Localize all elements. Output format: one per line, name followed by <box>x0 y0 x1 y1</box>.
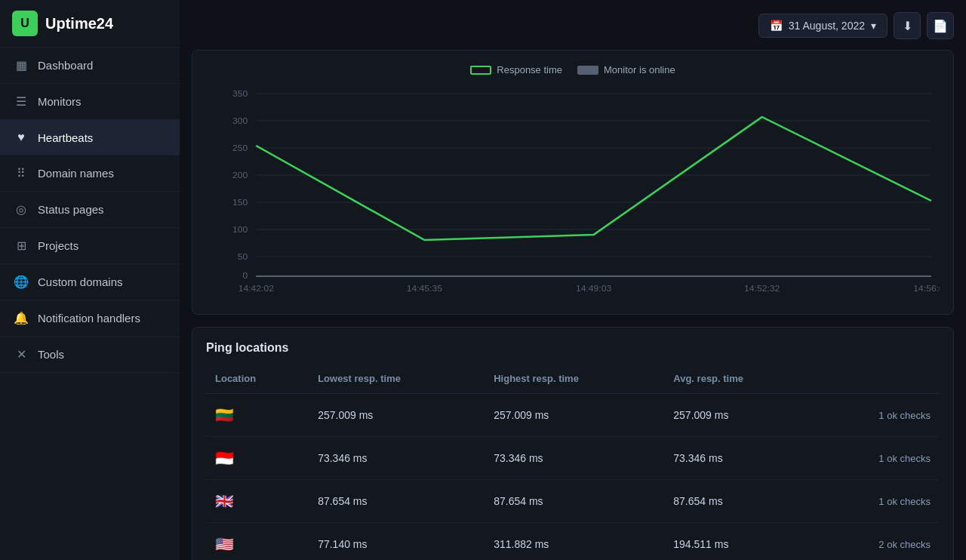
svg-text:50: 50 <box>238 253 248 261</box>
chart-legend: Response time Monitor is online <box>206 64 940 75</box>
table-header-row: Location Lowest resp. time Highest resp.… <box>206 367 940 394</box>
cell-lowest: 257.009 ms <box>309 394 485 437</box>
sidebar-item-projects[interactable]: ⊞ Projects <box>0 228 180 264</box>
cell-highest: 73.346 ms <box>485 437 664 480</box>
projects-icon: ⊞ <box>14 238 29 253</box>
sidebar: U Uptime24 ▦ Dashboard ☰ Monitors ♥ Hear… <box>0 0 180 560</box>
pdf-button[interactable]: 📄 <box>927 12 954 39</box>
logo-area: U Uptime24 <box>0 0 180 48</box>
col-checks <box>818 367 940 394</box>
svg-text:14:56:03: 14:56:03 <box>913 285 940 293</box>
app-name: Uptime24 <box>45 15 113 32</box>
cell-avg: 73.346 ms <box>664 437 817 480</box>
sidebar-item-status-pages[interactable]: ◎ Status pages <box>0 192 180 228</box>
monitors-icon: ☰ <box>14 94 29 109</box>
notification-handlers-icon: 🔔 <box>14 311 29 325</box>
cell-flag: 🇮🇩 <box>206 437 309 480</box>
cell-checks: 1 ok checks <box>818 480 940 523</box>
sidebar-item-label: Domain names <box>38 167 114 180</box>
sidebar-item-monitors[interactable]: ☰ Monitors <box>0 84 180 120</box>
sidebar-item-domain-names[interactable]: ⠿ Domain names <box>0 155 180 192</box>
svg-text:14:45:35: 14:45:35 <box>407 285 442 293</box>
ping-locations-title: Ping locations <box>206 341 940 355</box>
cell-checks: 1 ok checks <box>818 437 940 480</box>
cell-checks: 1 ok checks <box>818 394 940 437</box>
svg-text:300: 300 <box>232 117 248 125</box>
legend-response-time-label: Response time <box>497 64 562 75</box>
sidebar-item-heartbeats[interactable]: ♥ Heartbeats <box>0 120 180 155</box>
sidebar-item-label: Dashboard <box>38 59 93 72</box>
cell-lowest: 77.140 ms <box>309 523 485 561</box>
cell-highest: 87.654 ms <box>485 480 664 523</box>
date-label: 31 August, 2022 <box>789 20 865 32</box>
sidebar-item-tools[interactable]: ✕ Tools <box>0 337 180 373</box>
cell-flag: 🇺🇸 <box>206 523 309 561</box>
cell-checks: 2 ok checks <box>818 523 940 561</box>
sidebar-item-label: Heartbeats <box>38 131 93 144</box>
domain-names-icon: ⠿ <box>14 166 29 180</box>
svg-text:14:42:02: 14:42:02 <box>238 285 274 293</box>
col-highest: Highest resp. time <box>485 367 664 394</box>
svg-text:150: 150 <box>232 198 248 207</box>
chevron-down-icon: ▾ <box>871 20 876 32</box>
legend-monitor-online: Monitor is online <box>577 64 675 75</box>
calendar-icon: 📅 <box>770 20 783 32</box>
table-row: 🇱🇹 257.009 ms 257.009 ms 257.009 ms 1 ok… <box>206 394 940 437</box>
cell-highest: 257.009 ms <box>485 394 664 437</box>
ping-locations-card: Ping locations Location Lowest resp. tim… <box>192 327 954 560</box>
legend-green-box <box>470 66 491 75</box>
download-button[interactable]: ⬇ <box>894 12 921 39</box>
sidebar-item-notification-handlers[interactable]: 🔔 Notification handlers <box>0 300 180 337</box>
col-avg: Avg. resp. time <box>664 367 817 394</box>
heartbeats-icon: ♥ <box>14 131 29 144</box>
svg-text:350: 350 <box>232 90 248 98</box>
legend-response-time: Response time <box>470 64 562 75</box>
sidebar-item-label: Status pages <box>38 203 104 216</box>
header-bar: 📅 31 August, 2022 ▾ ⬇ 📄 <box>192 12 954 39</box>
cell-lowest: 73.346 ms <box>309 437 485 480</box>
main-content: 📅 31 August, 2022 ▾ ⬇ 📄 Response time Mo… <box>180 0 966 560</box>
svg-text:100: 100 <box>232 226 248 234</box>
svg-text:250: 250 <box>232 144 248 152</box>
dashboard-icon: ▦ <box>14 58 29 72</box>
cell-avg: 87.654 ms <box>664 480 817 523</box>
sidebar-item-label: Tools <box>38 348 64 361</box>
legend-monitor-online-label: Monitor is online <box>604 64 675 75</box>
cell-flag: 🇬🇧 <box>206 480 309 523</box>
date-picker[interactable]: 📅 31 August, 2022 ▾ <box>758 14 888 38</box>
svg-text:0: 0 <box>242 272 248 280</box>
svg-text:14:49:03: 14:49:03 <box>576 285 611 293</box>
custom-domains-icon: 🌐 <box>14 275 29 289</box>
tools-icon: ✕ <box>14 347 29 362</box>
ping-locations-table: Location Lowest resp. time Highest resp.… <box>206 367 940 560</box>
chart-container: 350 300 250 200 150 100 50 0 14:42 <box>206 86 940 300</box>
sidebar-item-label: Custom domains <box>38 275 123 288</box>
col-location: Location <box>206 367 309 394</box>
table-row: 🇮🇩 73.346 ms 73.346 ms 73.346 ms 1 ok ch… <box>206 437 940 480</box>
svg-text:200: 200 <box>232 171 248 180</box>
response-time-chart: 350 300 250 200 150 100 50 0 14:42 <box>206 86 940 297</box>
sidebar-item-dashboard[interactable]: ▦ Dashboard <box>0 48 180 84</box>
cell-avg: 257.009 ms <box>664 394 817 437</box>
status-pages-icon: ◎ <box>14 202 29 217</box>
pdf-icon: 📄 <box>933 19 948 33</box>
sidebar-item-label: Projects <box>38 239 78 252</box>
legend-gray-box <box>577 66 598 75</box>
app-logo-icon: U <box>12 11 38 36</box>
chart-card: Response time Monitor is online 350 3 <box>192 50 954 315</box>
cell-highest: 311.882 ms <box>485 523 664 561</box>
col-lowest: Lowest resp. time <box>309 367 485 394</box>
sidebar-item-custom-domains[interactable]: 🌐 Custom domains <box>0 264 180 300</box>
cell-lowest: 87.654 ms <box>309 480 485 523</box>
table-row: 🇬🇧 87.654 ms 87.654 ms 87.654 ms 1 ok ch… <box>206 480 940 523</box>
cell-flag: 🇱🇹 <box>206 394 309 437</box>
download-icon: ⬇ <box>903 19 912 33</box>
svg-text:14:52:32: 14:52:32 <box>744 285 780 293</box>
cell-avg: 194.511 ms <box>664 523 817 561</box>
sidebar-item-label: Notification handlers <box>38 312 140 325</box>
sidebar-item-label: Monitors <box>38 95 82 108</box>
table-row: 🇺🇸 77.140 ms 311.882 ms 194.511 ms 2 ok … <box>206 523 940 561</box>
